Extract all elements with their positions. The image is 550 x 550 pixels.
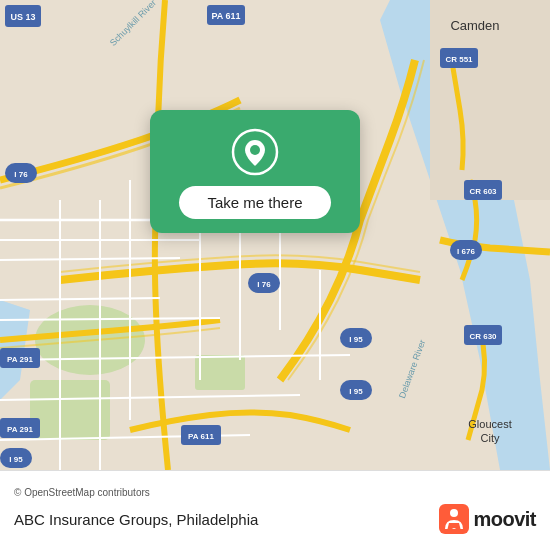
svg-rect-5 (195, 355, 245, 390)
moovit-icon (439, 504, 469, 534)
popup-card: Take me there (150, 110, 360, 233)
map-container: US 13 I 76 PA 611 I 76 I 95 PA 291 PA 29… (0, 0, 550, 470)
bottom-row: ABC Insurance Groups, Philadelphia moovi… (14, 504, 536, 534)
moovit-logo: moovit (439, 504, 536, 534)
take-me-there-button[interactable]: Take me there (179, 186, 330, 219)
svg-text:I 76: I 76 (257, 280, 271, 289)
svg-rect-57 (439, 504, 469, 534)
svg-point-56 (250, 145, 260, 155)
svg-text:PA 291: PA 291 (7, 355, 33, 364)
svg-rect-4 (30, 380, 110, 440)
svg-text:US 13: US 13 (10, 12, 35, 22)
svg-text:I 676: I 676 (457, 247, 475, 256)
svg-text:PA 611: PA 611 (188, 432, 214, 441)
svg-text:CR 603: CR 603 (469, 187, 497, 196)
svg-text:PA 611: PA 611 (211, 11, 240, 21)
bottom-bar: © OpenStreetMap contributors ABC Insuran… (0, 470, 550, 550)
svg-text:Gloucest: Gloucest (468, 418, 511, 430)
svg-text:CR 551: CR 551 (445, 55, 473, 64)
svg-text:I 95: I 95 (349, 387, 363, 396)
moovit-text: moovit (473, 508, 536, 531)
svg-text:Camden: Camden (450, 18, 499, 33)
svg-text:I 95: I 95 (9, 455, 23, 464)
svg-text:PA 291: PA 291 (7, 425, 33, 434)
svg-text:CR 630: CR 630 (469, 332, 497, 341)
svg-text:I 95: I 95 (349, 335, 363, 344)
place-name: ABC Insurance Groups, Philadelphia (14, 511, 258, 528)
attribution-text: © OpenStreetMap contributors (14, 487, 536, 498)
svg-text:I 76: I 76 (14, 170, 28, 179)
svg-text:City: City (481, 432, 500, 444)
svg-point-58 (450, 509, 458, 517)
location-pin-icon (231, 128, 279, 176)
